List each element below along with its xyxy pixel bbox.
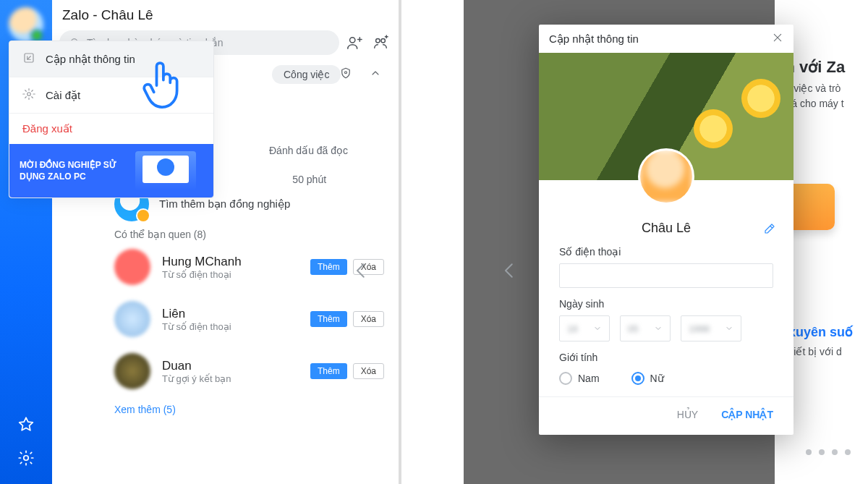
cancel-button[interactable]: HỦY	[677, 409, 698, 420]
modal-avatar[interactable]	[638, 148, 694, 205]
prev-chevron-icon[interactable]	[478, 217, 540, 324]
sidebar-settings-icon[interactable]	[16, 448, 36, 468]
gear-icon	[22, 88, 35, 103]
suggestions-header: Có thể bạn quen (8)	[114, 229, 206, 240]
phone-input[interactable]	[559, 263, 773, 288]
prev-chevron-icon[interactable]	[330, 217, 392, 324]
dob-year-select[interactable]: 1998	[681, 315, 741, 341]
edit-icon	[22, 51, 35, 67]
suggestion-name: Liên	[162, 307, 299, 321]
eye-shield-icon[interactable]	[339, 67, 352, 82]
svg-point-8	[27, 93, 31, 96]
modal-title: Cập nhật thông tin	[549, 33, 639, 46]
suggestion-name: Hung MChanh	[162, 255, 299, 269]
mark-read-text: Đánh dấu đã đọc	[269, 145, 348, 156]
add-friend-icon[interactable]	[344, 32, 365, 54]
svg-point-1	[24, 456, 29, 461]
suggestion-avatar[interactable]	[114, 301, 150, 337]
menu-logout[interactable]: Đăng xuất	[9, 114, 213, 144]
time-text: 50 phút	[269, 174, 348, 185]
chevron-down-icon	[593, 324, 602, 333]
suggestion-item: DuanTừ gợi ý kết bạnThêmXóa	[114, 353, 384, 389]
current-user-avatar[interactable]	[9, 7, 43, 42]
dob-day-select[interactable]: 18	[559, 315, 610, 341]
menu-banner-text: MỜI ĐỒNG NGHIỆP SỬ DỤNG ZALO PC	[20, 159, 128, 182]
delete-button[interactable]: Xóa	[353, 363, 384, 379]
menu-settings-label: Cài đặt	[46, 89, 80, 102]
chevron-down-icon	[654, 324, 663, 333]
suggestion-from: Từ gợi ý kết bạn	[162, 373, 299, 384]
svg-point-6	[345, 72, 347, 74]
phone-label: Số điện thoại	[559, 246, 773, 258]
suggestion-name: Duan	[162, 359, 299, 373]
close-icon[interactable]	[772, 32, 783, 46]
suggestion-from: Từ số điện thoại	[162, 269, 299, 280]
suggestion-avatar[interactable]	[114, 249, 150, 285]
menu-banner-illustration	[135, 151, 196, 190]
see-more-link[interactable]: Xem thêm (5)	[114, 404, 176, 415]
create-group-icon[interactable]	[370, 32, 391, 54]
menu-banner[interactable]: MỜI ĐỒNG NGHIỆP SỬ DỤNG ZALO PC	[9, 144, 213, 198]
menu-update-label: Cập nhật thông tin	[46, 53, 135, 66]
edit-name-icon[interactable]	[763, 222, 776, 239]
app-title: Zalo - Châu Lê	[52, 0, 399, 26]
gender-label: Giới tính	[559, 352, 773, 363]
hand-cursor-icon	[140, 58, 184, 113]
svg-point-3	[350, 38, 355, 43]
carousel-dots[interactable]	[806, 449, 851, 455]
dob-month-select[interactable]: 05	[620, 315, 671, 341]
add-button[interactable]: Thêm	[310, 363, 347, 379]
sidebar-star-icon[interactable]	[16, 415, 36, 435]
collapse-up-icon[interactable]	[370, 67, 381, 82]
update-info-modal: Cập nhật thông tin Châu Lê Số điện thoại…	[539, 25, 793, 435]
chip-work[interactable]: Công việc	[272, 65, 341, 84]
dob-label: Ngày sinh	[559, 298, 773, 310]
svg-point-5	[381, 39, 386, 43]
suggestion-from: Từ số điện thoại	[162, 321, 299, 332]
find-colleague-text[interactable]: Tìm thêm bạn đồng nghiệp	[159, 198, 290, 211]
profile-name: Châu Lê	[642, 221, 691, 235]
gender-male-radio[interactable]: Nam	[559, 372, 600, 385]
chevron-down-icon	[725, 324, 733, 333]
gender-female-radio[interactable]: Nữ	[631, 372, 664, 385]
submit-button[interactable]: CẬP NHẬT	[721, 409, 773, 420]
suggestion-avatar[interactable]	[114, 353, 150, 389]
svg-point-4	[376, 39, 380, 43]
